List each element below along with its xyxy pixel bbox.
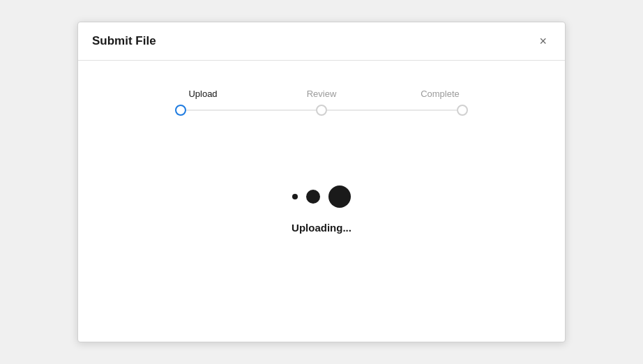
uploading-status: Uploading... [292,222,351,234]
step-node-review [316,105,327,116]
step-label-complete: Complete [412,89,468,99]
dialog-title: Submit File [92,34,156,48]
dot-medium [306,190,320,204]
dialog-header: Submit File × [78,22,565,61]
step-node-upload [175,105,186,116]
stepper: Upload Review Complete [175,89,468,116]
stepper-track [175,105,468,116]
loading-area: Uploading... [292,185,351,234]
close-button[interactable]: × [535,33,551,49]
submit-file-dialog: Submit File × Upload Review Complete [77,22,566,342]
stepper-labels: Upload Review Complete [175,89,468,99]
dot-small [292,194,298,199]
step-label-upload: Upload [175,89,231,99]
stepper-nodes [175,105,468,116]
step-node-complete [457,105,468,116]
dialog-body: Upload Review Complete Uploading... [78,61,565,255]
dot-large [328,185,351,208]
step-label-review: Review [294,89,349,99]
loading-dots [292,185,351,208]
